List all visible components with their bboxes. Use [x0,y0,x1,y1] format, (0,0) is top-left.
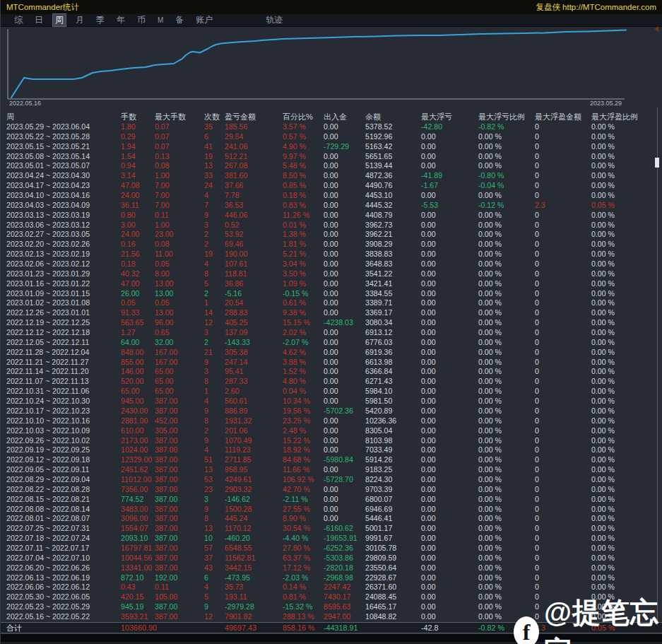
cell-pnl: 137.09 [225,328,283,338]
table-row[interactable]: 2023.05.01 ~ 2023.05.070.940.0813267.085… [1,161,662,171]
table-row[interactable]: 2022.11.14 ~ 2022.11.20146.0065.00395.41… [1,367,662,377]
table-row[interactable]: 2022.09.19 ~ 2022.09.251024.00387.004111… [1,445,662,455]
table-row[interactable]: 2022.12.05 ~ 2022.12.1164.0032.002-143.3… [1,338,662,348]
cell-in-out: 0.00 [324,259,365,269]
table-row[interactable]: 2023.02.20 ~ 2023.02.260.160.08269.461.8… [1,240,662,250]
cell-in-out: 0.00 [324,416,365,426]
scrollbar-thumb[interactable] [655,158,659,168]
table-row[interactable]: 2023.02.27 ~ 2023.03.0524.0023.00253.921… [1,230,662,240]
cell-max-float-profit-pct: 0.00 % [591,505,655,515]
table-row[interactable]: 2022.08.15 ~ 2022.08.21774.52387.003-146… [1,495,662,505]
table-row[interactable]: 2022.08.01 ~ 2022.08.073096.00387.008445… [1,514,662,524]
menu-item-日[interactable]: 日 [32,14,45,26]
cell-count: 43 [204,563,225,573]
menu-item-年[interactable]: 年 [114,14,127,26]
table-row[interactable]: 2023.01.02 ~ 2023.01.080.050.05120.540.6… [1,298,662,308]
table-row[interactable]: 2022.12.26 ~ 2023.01.0191.3313.0014288.8… [1,308,662,318]
brand-link[interactable]: 复盘侠 http://MTCommander.com [536,2,656,13]
table-row[interactable]: 2022.07.25 ~ 2022.07.311554.07387.001311… [1,524,662,534]
cell-max-float-profit-pct: 0.00 % [591,495,655,505]
table-row[interactable]: 2023.01.23 ~ 2023.01.2940.328.008118.813… [1,269,662,279]
cell-max-float-profit: 0 [535,387,591,397]
cell-max-float-profit: 0 [535,191,591,201]
table-row[interactable]: 2023.04.24 ~ 2023.04.303.141.0033381.608… [1,171,662,181]
table-row[interactable]: 2022.12.12 ~ 2022.12.181.270.653137.092.… [1,328,662,338]
menu-item-周[interactable]: 周 [53,14,66,26]
table-row[interactable]: 2022.12.19 ~ 2022.12.25563.6596.0012405.… [1,318,662,328]
table-row[interactable]: 2022.09.26 ~ 2022.10.022173.00387.009107… [1,436,662,446]
cell-max-drawdown: 0.00 [421,602,478,612]
cell-max-float-profit: 0 [535,289,591,299]
week-range: 2022.11.28 ~ 2022.12.04 [6,348,121,358]
scrollbar-arrow-icon[interactable] [654,26,658,32]
table-row[interactable]: 2022.06.20 ~ 2022.06.2613341.00387.00433… [1,563,662,573]
cell-in-out: 0.00 [324,211,365,221]
menu-item-币[interactable]: 币 [135,14,148,26]
table-row[interactable]: 2022.11.07 ~ 2022.11.13520.0065.008287.3… [1,377,662,387]
table-row[interactable]: 2022.06.13 ~ 2022.06.19872.10192.006-473… [1,573,662,583]
menu-item-综[interactable]: 综 [12,14,25,26]
menu-item-轨迹[interactable]: 轨迹 [264,14,285,26]
table-row[interactable]: 2022.10.10 ~ 2022.10.162881.00452.008193… [1,416,662,426]
table-row[interactable]: 2022.10.03 ~ 2022.10.09610.00305.002201.… [1,426,662,436]
table-body: 2023.05.29 ~ 2023.06.041.800.0735185.563… [1,122,662,622]
table-row[interactable]: 2023.05.29 ~ 2023.06.041.800.0735185.563… [1,122,662,132]
menu-item-季[interactable]: 季 [94,14,107,26]
table-row[interactable]: 2023.02.13 ~ 2023.02.1921.5611.0019190.0… [1,250,662,259]
table-row[interactable]: 2022.08.08 ~ 2022.08.143483.00387.009150… [1,505,662,515]
table-row[interactable]: 2022.10.31 ~ 2022.11.0665.0065.0012.600.… [1,387,662,397]
table-row[interactable]: 2023.04.03 ~ 2023.04.0936.117.00736.530.… [1,201,662,211]
table-row[interactable]: 2022.09.05 ~ 2022.09.112451.62387.001395… [1,465,662,475]
cell-max-drawdown: 0.00 [421,505,478,515]
cell-pnl-pct: 0.81 % [283,592,324,602]
menu-item-M[interactable]: M [155,16,165,24]
table-row[interactable]: 2023.03.06 ~ 2023.03.123.001.0030.520.01… [1,221,662,230]
menu-item-备[interactable]: 备 [173,14,186,26]
week-range: 2023.05.29 ~ 2023.06.04 [6,122,121,132]
table-row[interactable]: 2022.10.17 ~ 2022.10.232430.00387.009886… [1,406,662,416]
cell-count: 37 [204,554,225,563]
table-row[interactable]: 2023.05.15 ~ 2023.05.211.940.0741241.064… [1,142,662,152]
table-row[interactable]: 2023.01.09 ~ 2023.01.1526.0013.002-5.16-… [1,289,662,299]
table-row[interactable]: 2023.01.16 ~ 2023.01.2247.0013.00536.861… [1,279,662,289]
table-row[interactable]: 2023.04.10 ~ 2023.04.1624.007.0047.780.1… [1,191,662,201]
cell-count: 2 [204,230,225,240]
table-row[interactable]: 2022.11.28 ~ 2022.12.04848.00167.0021305… [1,348,662,358]
menu-item-月[interactable]: 月 [73,14,86,26]
cell-max-lots: 8.00 [155,269,204,279]
table-row[interactable]: 2023.04.17 ~ 2023.04.2347.087.002437.660… [1,181,662,191]
table-row[interactable]: 2022.08.22 ~ 2022.08.287356.00387.002329… [1,485,662,495]
table-row[interactable]: 2023.03.13 ~ 2023.03.190.800.119446.0611… [1,211,662,221]
cell-balance: 3080.34 [365,318,421,328]
menu-item-账户[interactable]: 账户 [194,14,215,26]
table-row[interactable]: 2022.09.12 ~ 2022.09.1812329.00387.00512… [1,455,662,465]
cell-max-drawdown-pct: 0.00 % [478,485,535,495]
table-row[interactable]: 2022.07.18 ~ 2022.07.242093.10387.0010-4… [1,534,662,544]
table-row[interactable]: 2023.05.08 ~ 2023.05.141.540.1319512.219… [1,152,662,162]
cell-in-out: 0.00 [324,289,365,299]
scrollbar-track[interactable] [657,107,658,626]
table-row[interactable]: 2022.07.04 ~ 2022.07.1010044.56387.00371… [1,554,662,563]
table-row[interactable]: 2022.10.24 ~ 2022.10.30945.00387.004560.… [1,397,662,406]
cell-max-float-profit: 0 [535,554,591,563]
table-row[interactable]: 2023.05.22 ~ 2023.05.280.290.07629.540.5… [1,132,662,142]
cell-balance: 3962.21 [365,230,421,240]
cell-pnl-pct: 9.38 % [283,308,324,318]
cell-lots: 1.27 [121,328,155,338]
cell-max-float-profit-pct: 0.00 % [591,269,655,279]
table-row[interactable]: 2022.07.11 ~ 2022.07.1716797.81387.00576… [1,544,662,554]
table-row[interactable]: 2022.08.29 ~ 2022.09.0411012.00387.00534… [1,475,662,485]
table-row[interactable]: 2022.06.06 ~ 2022.06.120.430.11435.730.1… [1,582,662,592]
week-range: 2022.10.17 ~ 2022.10.23 [6,406,121,416]
cell-max-float-profit-pct: 0.00 % [591,152,655,162]
cell-max-drawdown-pct: 0.00 % [478,406,535,416]
table-row[interactable]: 2023.02.06 ~ 2023.02.120.180.054107.613.… [1,259,662,269]
cell-max-drawdown-pct: 0.00 % [478,269,535,279]
table-row[interactable]: 2022.11.21 ~ 2022.11.27855.00167.009247.… [1,358,662,368]
cell-count: 4 [204,445,225,455]
cell-max-float-profit-pct: 0.00 % [591,426,655,436]
cell-in-out: 0.00 [324,426,365,436]
cell-max-drawdown: 0.00 [421,416,478,426]
cell-max-float-profit: 0 [535,269,591,279]
cell-balance [365,623,421,633]
